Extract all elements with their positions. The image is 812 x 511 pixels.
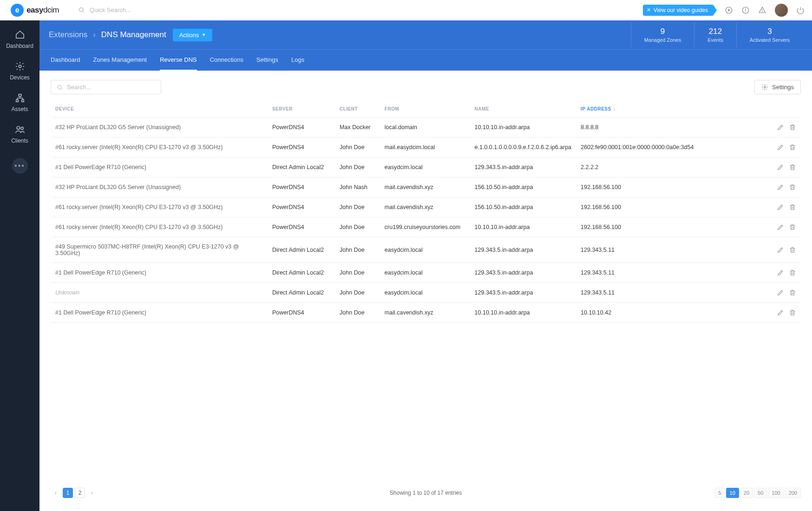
delete-icon[interactable] xyxy=(789,183,796,191)
delete-icon[interactable] xyxy=(789,246,796,254)
sidebar-item-dashboard[interactable]: Dashboard xyxy=(0,28,39,51)
cell-from: mail.cavendish.xyz xyxy=(380,303,470,323)
edit-icon[interactable] xyxy=(777,144,784,151)
delete-icon[interactable] xyxy=(789,124,796,131)
cell-device[interactable]: Unknown xyxy=(51,283,268,303)
edit-icon[interactable] xyxy=(777,203,784,211)
delete-icon[interactable] xyxy=(789,203,796,211)
table-settings-button[interactable]: Settings xyxy=(754,80,801,94)
cell-device[interactable]: #49 Supermicro 5037MC-H8TRF (Intel(R) Xe… xyxy=(51,237,268,263)
pagesize-100[interactable]: 100 xyxy=(768,488,784,498)
cell-server: PowerDNS4 xyxy=(268,118,335,138)
sidebar-item-assets[interactable]: Assets xyxy=(0,91,39,114)
edit-icon[interactable] xyxy=(777,124,784,131)
breadcrumb-parent[interactable]: Extensions xyxy=(49,30,87,39)
quick-search[interactable] xyxy=(78,7,183,13)
quick-search-input[interactable] xyxy=(90,7,183,13)
pagesize-50[interactable]: 50 xyxy=(754,488,767,498)
cell-from: easydcim.local xyxy=(380,283,470,303)
delete-icon[interactable] xyxy=(789,223,796,231)
page-header: Extensions › DNS Management Actions ▼ 9M… xyxy=(39,20,812,71)
pagesize-20[interactable]: 20 xyxy=(740,488,753,498)
edit-icon[interactable] xyxy=(777,246,784,254)
col-name[interactable]: NAME xyxy=(470,103,576,118)
cell-device[interactable]: #61 rocky.server (Intel(R) Xeon(R) CPU E… xyxy=(51,197,268,217)
users-icon xyxy=(15,124,25,135)
svg-line-1 xyxy=(83,11,84,13)
page-next[interactable]: › xyxy=(87,488,97,498)
pagesize-200[interactable]: 200 xyxy=(785,488,801,498)
avatar[interactable] xyxy=(775,4,788,17)
sidebar-item-clients[interactable]: Clients xyxy=(0,123,39,146)
pagesize-10[interactable]: 10 xyxy=(726,488,739,498)
cell-device[interactable]: #32 HP ProLiant DL320 G5 Server (Unassig… xyxy=(51,177,268,197)
page-1[interactable]: 1 xyxy=(63,488,73,498)
edit-icon[interactable] xyxy=(777,164,784,171)
edit-icon[interactable] xyxy=(777,289,784,296)
sidebar-item-label: Assets xyxy=(11,106,28,112)
table-search-input[interactable] xyxy=(67,84,155,91)
play-icon[interactable] xyxy=(725,6,733,14)
edit-icon[interactable] xyxy=(777,223,784,231)
content: Settings DEVICE SERVER CLIENT FROM NAME … xyxy=(39,71,812,511)
logo-bold: easy xyxy=(26,6,43,14)
header-stat[interactable]: 3Activated Servers xyxy=(736,22,803,47)
edit-icon[interactable] xyxy=(777,269,784,276)
cell-client: John Doe xyxy=(335,217,380,237)
col-ip[interactable]: IP ADDRESS↓ xyxy=(576,103,741,118)
cell-device[interactable]: #1 Dell PowerEdge R710 (Generic) xyxy=(51,157,268,177)
pagesize-5[interactable]: 5 xyxy=(714,488,725,498)
cell-device[interactable]: #1 Dell PowerEdge R710 (Generic) xyxy=(51,303,268,323)
delete-icon[interactable] xyxy=(789,269,796,276)
edit-icon[interactable] xyxy=(777,309,784,316)
tab-logs[interactable]: Logs xyxy=(291,50,304,71)
cell-from: easydcim.local xyxy=(380,237,470,263)
page-prev[interactable]: ‹ xyxy=(51,488,61,498)
delete-icon[interactable] xyxy=(789,289,796,296)
info-icon[interactable] xyxy=(741,6,750,14)
svg-line-21 xyxy=(61,88,63,90)
tab-reverse-dns[interactable]: Reverse DNS xyxy=(160,50,196,71)
table-row: #61 rocky.server (Intel(R) Xeon(R) CPU E… xyxy=(51,217,801,237)
alert-icon[interactable] xyxy=(758,6,766,14)
stat-number: 9 xyxy=(644,27,681,36)
sidebar-item-devices[interactable]: Devices xyxy=(0,59,39,83)
cell-ip: 2.2.2.2 xyxy=(576,157,741,177)
delete-icon[interactable] xyxy=(789,144,796,151)
table-search[interactable] xyxy=(51,80,161,94)
col-from[interactable]: FROM xyxy=(380,103,470,118)
delete-icon[interactable] xyxy=(789,164,796,171)
sidebar-more-button[interactable]: ••• xyxy=(12,158,28,174)
cell-device[interactable]: #32 HP ProLiant DL320 G5 Server (Unassig… xyxy=(51,118,268,138)
svg-rect-11 xyxy=(19,94,21,97)
cell-device[interactable]: #61 rocky.server (Intel(R) Xeon(R) CPU E… xyxy=(51,138,268,157)
tab-connections[interactable]: Connections xyxy=(210,50,243,71)
network-icon xyxy=(15,93,25,103)
tab-zones-management[interactable]: Zones Management xyxy=(93,50,147,71)
logo[interactable]: e easydcim xyxy=(0,4,70,17)
chevron-right-icon: › xyxy=(93,30,96,39)
close-icon[interactable]: ✕ xyxy=(647,7,651,13)
page-2[interactable]: 2 xyxy=(75,488,85,498)
cell-device[interactable]: #1 Dell PowerEdge R710 (Generic) xyxy=(51,263,268,283)
cell-server: PowerDNS4 xyxy=(268,217,335,237)
header-stat[interactable]: 212Events xyxy=(694,22,736,47)
tab-dashboard[interactable]: Dashboard xyxy=(51,50,80,71)
edit-icon[interactable] xyxy=(777,183,784,191)
cell-server: PowerDNS4 xyxy=(268,197,335,217)
actions-button[interactable]: Actions ▼ xyxy=(173,29,213,41)
cell-device[interactable]: #61 rocky.server (Intel(R) Xeon(R) CPU E… xyxy=(51,217,268,237)
tab-settings[interactable]: Settings xyxy=(256,50,278,71)
col-server[interactable]: SERVER xyxy=(268,103,335,118)
gear-icon xyxy=(15,61,25,72)
video-guides-button[interactable]: ✕ View our video guides xyxy=(643,5,714,16)
cell-name: 156.10.50.in-addr.arpa xyxy=(470,177,576,197)
cell-client: John Doe xyxy=(335,197,380,217)
cell-from: mail.cavendish.xyz xyxy=(380,197,470,217)
cell-client: John Doe xyxy=(335,138,380,157)
col-client[interactable]: CLIENT xyxy=(335,103,380,118)
col-device[interactable]: DEVICE xyxy=(51,103,268,118)
delete-icon[interactable] xyxy=(789,309,796,316)
power-icon[interactable] xyxy=(796,6,805,14)
header-stat[interactable]: 9Managed Zones xyxy=(631,22,694,47)
